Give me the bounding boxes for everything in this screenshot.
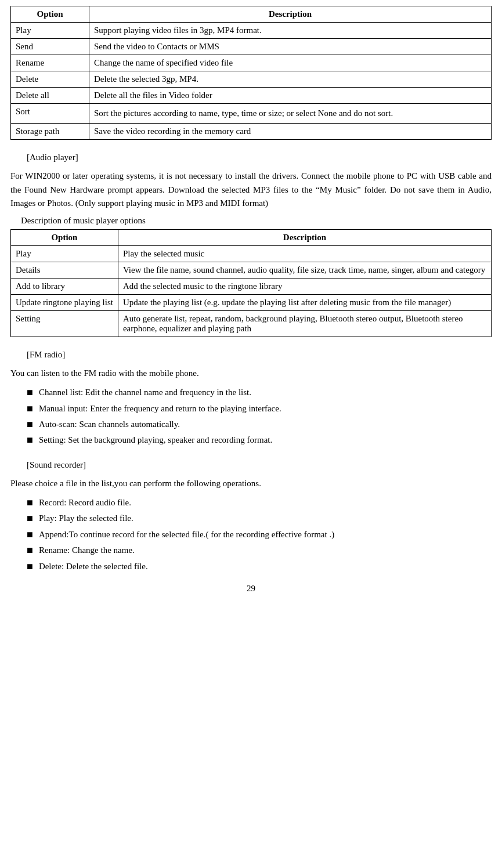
- audio-player-body: For WIN2000 or later operating systems, …: [10, 169, 492, 210]
- table-row: Storage pathSave the video recording in …: [11, 124, 492, 140]
- table-row: DetailsView the file name, sound channel…: [11, 262, 492, 279]
- list-item: ■Record: Record audio file.: [10, 496, 492, 509]
- description-cell: Update the playing list (e.g. update the…: [118, 295, 491, 311]
- description-cell: View the file name, sound channel, audio…: [118, 262, 491, 279]
- bullet-text: Channel list: Edit the channel name and …: [39, 386, 251, 399]
- list-item: ■Play: Play the selected file.: [10, 512, 492, 525]
- option-cell: Add to library: [11, 279, 118, 295]
- bullet-text: Manual input: Enter the frequency and re…: [39, 402, 281, 415]
- option-cell: Delete: [11, 71, 89, 88]
- table-row: DeleteDelete the selected 3gp, MP4.: [11, 71, 492, 88]
- page-number: 29: [10, 584, 492, 594]
- option-cell: Play: [11, 246, 118, 262]
- list-item: ■Rename: Change the name.: [10, 544, 492, 557]
- list-item: ■Auto-scan: Scan channels automatically.: [10, 418, 492, 431]
- fm-bullet-list: ■Channel list: Edit the channel name and…: [10, 386, 492, 447]
- bullet-text: Setting: Set the background playing, spe…: [39, 433, 272, 447]
- list-item: ■Channel list: Edit the channel name and…: [10, 386, 492, 399]
- option-cell: Details: [11, 262, 118, 279]
- audio-options-table: Option Description PlayPlay the selected…: [10, 229, 492, 337]
- bullet-text: Delete: Delete the selected file.: [39, 560, 148, 573]
- bullet-icon: ■: [27, 544, 33, 557]
- option-cell: Send: [11, 39, 89, 55]
- option-cell: Play: [11, 23, 89, 39]
- option-cell: Delete all: [11, 88, 89, 104]
- bullet-icon: ■: [27, 560, 33, 573]
- description-cell: Send the video to Contacts or MMS: [89, 39, 492, 55]
- audio-desc-label: Description of music player options: [21, 216, 492, 226]
- description-cell: Auto generate list, repeat, random, back…: [118, 311, 491, 337]
- table-row: SettingAuto generate list, repeat, rando…: [11, 311, 492, 337]
- option-cell: Setting: [11, 311, 118, 337]
- table-row: SendSend the video to Contacts or MMS: [11, 39, 492, 55]
- option-cell: Storage path: [11, 124, 89, 140]
- sound-recorder-body: Please choice a file in the list,you can…: [10, 477, 492, 490]
- option-cell: Sort: [11, 104, 89, 124]
- audio-player-header: [Audio player]: [27, 153, 492, 162]
- list-item: ■Setting: Set the background playing, sp…: [10, 433, 492, 447]
- bullet-icon: ■: [27, 512, 33, 525]
- bullet-icon: ■: [27, 386, 33, 399]
- table-row: SortSort the pictures according to name,…: [11, 104, 492, 124]
- video-table-description-header: Description: [89, 6, 492, 23]
- table-row: PlaySupport playing video files in 3gp, …: [11, 23, 492, 39]
- video-table-option-header: Option: [11, 6, 89, 23]
- table-row: Add to libraryAdd the selected music to …: [11, 279, 492, 295]
- fm-radio-header: [FM radio]: [27, 350, 492, 360]
- sound-recorder-header: [Sound recorder]: [27, 460, 492, 470]
- fm-radio-body: You can listen to the FM radio with the …: [10, 367, 492, 380]
- description-cell: Add the selected music to the ringtone l…: [118, 279, 491, 295]
- table-row: Delete allDelete all the files in Video …: [11, 88, 492, 104]
- table-row: RenameChange the name of specified video…: [11, 55, 492, 71]
- audio-table-option-header: Option: [11, 230, 118, 246]
- audio-table-description-header: Description: [118, 230, 491, 246]
- sound-bullet-list: ■Record: Record audio file.■Play: Play t…: [10, 496, 492, 573]
- table-row: PlayPlay the selected music: [11, 246, 492, 262]
- bullet-icon: ■: [27, 496, 33, 509]
- bullet-icon: ■: [27, 418, 33, 431]
- video-options-table: Option Description PlaySupport playing v…: [10, 6, 492, 140]
- description-cell: Change the name of specified video file: [89, 55, 492, 71]
- option-cell: Rename: [11, 55, 89, 71]
- bullet-text: Record: Record audio file.: [39, 496, 131, 509]
- bullet-text: Play: Play the selected file.: [39, 512, 133, 525]
- description-cell: Sort the pictures according to name, typ…: [89, 104, 492, 124]
- description-cell: Play the selected music: [118, 246, 491, 262]
- list-item: ■Append:To continue record for the selec…: [10, 528, 492, 541]
- bullet-icon: ■: [27, 528, 33, 541]
- bullet-icon: ■: [27, 402, 33, 415]
- table-row: Update ringtone playing listUpdate the p…: [11, 295, 492, 311]
- description-cell: Save the video recording in the memory c…: [89, 124, 492, 140]
- description-cell: Delete all the files in Video folder: [89, 88, 492, 104]
- bullet-text: Rename: Change the name.: [39, 544, 135, 557]
- option-cell: Update ringtone playing list: [11, 295, 118, 311]
- description-cell: Support playing video files in 3gp, MP4 …: [89, 23, 492, 39]
- list-item: ■Delete: Delete the selected file.: [10, 560, 492, 573]
- bullet-icon: ■: [27, 433, 33, 447]
- bullet-text: Auto-scan: Scan channels automatically.: [39, 418, 180, 431]
- list-item: ■Manual input: Enter the frequency and r…: [10, 402, 492, 415]
- bullet-text: Append:To continue record for the select…: [39, 528, 334, 541]
- description-cell: Delete the selected 3gp, MP4.: [89, 71, 492, 88]
